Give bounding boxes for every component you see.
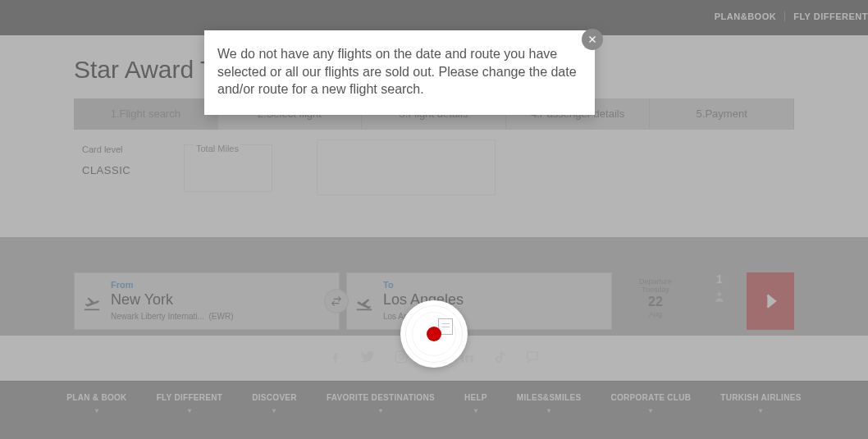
facebook-icon[interactable] (328, 350, 343, 364)
svg-point-3 (404, 353, 405, 354)
nav-separator (784, 11, 785, 21)
step-flight-search[interactable]: 1.Flight search (74, 98, 218, 130)
departure-label: Departure (619, 277, 692, 286)
passenger-selector[interactable]: 1 (699, 272, 740, 330)
close-icon (587, 34, 597, 44)
airline-logo-icon (427, 327, 441, 341)
svg-point-0 (718, 292, 722, 296)
departure-month: Aug (619, 310, 692, 318)
fnav-favorite-destinations[interactable]: FAVORITE DESTINATIONS▾ (312, 382, 450, 414)
plane-landing-icon (355, 295, 373, 313)
from-city: New York (111, 291, 331, 309)
fnav-corporate-club[interactable]: CORPORATE CLUB▾ (596, 382, 706, 414)
card-level-label: Card level (82, 144, 164, 154)
departure-date[interactable]: Departure Tuesday 22 Aug (619, 272, 692, 330)
to-label: To (383, 280, 603, 290)
fnav-plan-book[interactable]: PLAN & BOOK▾ (52, 382, 141, 414)
from-airport: Newark Liberty Internati... (EWR) (111, 312, 331, 321)
swap-button[interactable] (324, 289, 349, 313)
chat-icon[interactable] (525, 350, 540, 364)
svg-rect-5 (461, 355, 464, 363)
origin-field[interactable]: From New York Newark Liberty Internati..… (74, 272, 340, 330)
total-miles-label: Total Miles (194, 144, 240, 153)
from-label: From (111, 280, 331, 290)
fnav-help[interactable]: HELP▾ (450, 382, 502, 414)
footer-nav: PLAN & BOOK▾ FLY DIFFERENT▾ DISCOVER▾ FA… (0, 381, 868, 439)
loading-spinner (400, 300, 468, 368)
svg-point-2 (399, 354, 404, 359)
tiktok-icon[interactable] (492, 350, 507, 364)
person-icon (714, 289, 725, 305)
nav-fly-different[interactable]: FLY DIFFERENT (793, 11, 868, 21)
plane-takeoff-icon (83, 295, 101, 313)
departure-dow: Tuesday (619, 286, 692, 294)
destination-field[interactable]: To Los Angeles Los Angeles Int (346, 272, 612, 330)
close-button[interactable] (582, 29, 603, 50)
error-message: We do not have any flights on the date a… (217, 45, 577, 98)
nav-plan-book[interactable]: PLAN&BOOK (715, 11, 776, 21)
twitter-icon[interactable] (361, 350, 376, 364)
swap-icon (330, 295, 343, 308)
departure-day: 22 (619, 295, 692, 309)
passenger-count: 1 (699, 272, 740, 286)
fnav-fly-different[interactable]: FLY DIFFERENT▾ (142, 382, 238, 414)
search-button[interactable] (747, 272, 794, 330)
chevron-right-icon (761, 292, 779, 310)
fnav-turkish-airlines[interactable]: TURKISH AIRLINES▾ (706, 382, 815, 414)
fnav-miles-smiles[interactable]: MILES&SMILES▾ (502, 382, 596, 414)
total-miles-box: Total Miles (184, 144, 272, 192)
summary-box (317, 139, 496, 195)
error-modal: We do not have any flights on the date a… (204, 30, 595, 115)
card-level-value: CLASSIC (82, 164, 164, 176)
fnav-discover[interactable]: DISCOVER▾ (237, 382, 312, 414)
step-payment[interactable]: 5.Payment (650, 98, 794, 130)
